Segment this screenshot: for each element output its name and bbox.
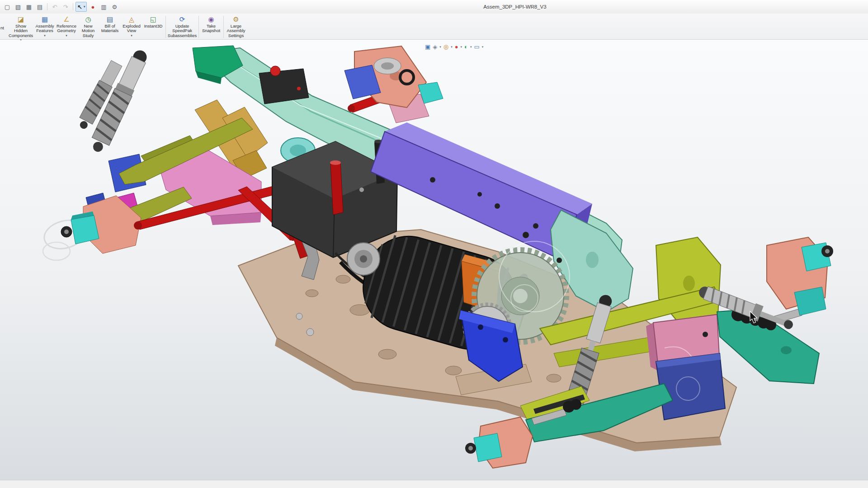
bill-of-materials-icon: ▤	[107, 15, 113, 23]
dropdown-caret-icon[interactable]: ▾	[131, 34, 132, 37]
part-rear-block-navy[interactable]	[656, 353, 725, 420]
update-speedpak-icon: ⟳	[179, 15, 185, 23]
toolbar-separator	[47, 3, 47, 10]
record-icon[interactable]: ●	[88, 2, 98, 11]
ribbon-button-label: nt	[0, 26, 4, 30]
ribbon-button-new-motion-study[interactable]: ◷ New Motion Study	[77, 14, 99, 39]
ribbon-separator	[198, 16, 199, 38]
ribbon-separator	[165, 16, 166, 38]
hide-show-items-icon[interactable]: ◎	[443, 43, 448, 51]
take-snapshot-icon: ◉	[208, 15, 214, 23]
ribbon-button-label: New Motion Study	[78, 24, 98, 38]
assembly-features-icon: ▦	[42, 15, 48, 23]
quick-access-toolbar: ▢ ▧ ▦ ▤ ↶ ↷ ↖ ▾ ● ▥ ⚙	[0, 2, 119, 12]
new-document-icon[interactable]: ▢	[2, 2, 12, 11]
ribbon-button-update-speedpak-subassemblies[interactable]: ⟳ Update SpeedPak Subassemblies	[167, 14, 197, 39]
ribbon-button-take-snapshot[interactable]: ◉ Take Snapshot	[200, 14, 222, 39]
ribbon-button-label: Bill of Materials	[100, 24, 120, 33]
model-canvas[interactable]	[0, 40, 868, 480]
title-bar: ▢ ▧ ▦ ▤ ↶ ↷ ↖ ▾ ● ▥ ⚙ Assem_3DP_HPI-WR8_…	[0, 0, 868, 14]
dropdown-caret-icon[interactable]: ▾	[439, 45, 441, 49]
large-assembly-settings-icon: ⚙	[233, 15, 239, 23]
ribbon-button-instant3d[interactable]: ◱ Instant3D	[142, 14, 164, 39]
redo-icon[interactable]: ↷	[61, 2, 71, 11]
view-orientation-icon[interactable]: ▣	[425, 43, 430, 51]
ribbon-button-show-hidden-components[interactable]: ◪ Show Hidden Components ▾	[8, 14, 34, 39]
ribbon-separator	[223, 16, 224, 38]
show-hidden-components-icon: ◪	[18, 15, 24, 23]
dropdown-caret-icon[interactable]: ▾	[461, 45, 462, 49]
ribbon-button-label: Large Assembly Settings	[226, 24, 246, 38]
part-rear-right-hub[interactable]	[767, 237, 833, 315]
reference-geometry-icon: ∠	[63, 15, 69, 23]
ribbon-button-large-assembly-settings[interactable]: ⚙ Large Assembly Settings	[225, 14, 247, 39]
document-properties-icon[interactable]: ▥	[99, 2, 108, 11]
exploded-view-icon: ◬	[129, 15, 134, 23]
ribbon-button-label: Reference Geometry	[57, 24, 76, 33]
apply-scene-icon[interactable]: ◐	[464, 43, 468, 51]
window-title: Assem_3DP_HPI-WR8_V3	[483, 0, 546, 14]
ribbon-button-label: Instant3D	[144, 24, 163, 28]
part-upper-steering-arm[interactable]	[344, 46, 443, 123]
ribbon-button-label: Exploded View	[122, 24, 142, 33]
ribbon-button-label: Show Hidden Components	[9, 24, 33, 38]
ribbon-button-reference-geometry[interactable]: ∠ Reference Geometry ▾	[56, 14, 77, 39]
heads-up-view-toolbar: ▣ ◈ ▾ ◎ ▾ ● ▾ ◐ ▾ ▭ ▾	[425, 43, 483, 51]
ribbon-toolbar: nt ◪ Show Hidden Components ▾ ▦ Assembly…	[0, 14, 868, 40]
dropdown-caret-icon[interactable]: ▾	[451, 45, 453, 49]
status-bar	[0, 480, 868, 488]
edit-appearance-icon[interactable]: ●	[455, 43, 458, 51]
dropdown-caret-icon[interactable]: ▾	[44, 34, 46, 37]
new-motion-study-icon: ◷	[85, 15, 91, 23]
select-tool-button[interactable]: ↖ ▾	[75, 2, 87, 12]
ribbon-button-exploded-view[interactable]: ◬ Exploded View ▾	[121, 14, 142, 39]
ribbon-button-label: Update SpeedPak Subassemblies	[168, 24, 197, 38]
display-style-icon[interactable]: ◈	[433, 43, 437, 51]
ribbon-button-assembly-features[interactable]: ▦ Assembly Features ▾	[34, 14, 56, 39]
undo-icon[interactable]: ↶	[50, 2, 60, 11]
dropdown-caret-icon[interactable]: ▾	[470, 45, 472, 49]
open-icon[interactable]: ▧	[13, 2, 23, 11]
print-icon[interactable]: ▤	[35, 2, 45, 11]
select-cursor-icon: ↖	[77, 4, 82, 10]
options-gear-icon[interactable]: ⚙	[109, 2, 119, 11]
ribbon-button-bill-of-materials[interactable]: ▤ Bill of Materials	[99, 14, 121, 39]
view-settings-icon[interactable]: ▭	[474, 43, 479, 51]
select-tool-caret-icon: ▾	[84, 5, 85, 9]
dropdown-caret-icon[interactable]: ▾	[66, 34, 67, 37]
part-motor-endcap[interactable]	[347, 243, 380, 275]
ribbon-button-insert-components-partial[interactable]: nt	[0, 14, 8, 39]
instant3d-icon: ◱	[150, 15, 156, 23]
graphics-viewport[interactable]: ▣ ◈ ▾ ◎ ▾ ● ▾ ◐ ▾ ▭ ▾	[0, 40, 868, 480]
dropdown-caret-icon[interactable]: ▾	[482, 45, 484, 49]
save-icon[interactable]: ▦	[24, 2, 34, 11]
ribbon-button-label: Assembly Features	[35, 24, 55, 33]
toolbar-separator	[73, 3, 73, 10]
ribbon-button-label: Take Snapshot	[201, 24, 221, 33]
